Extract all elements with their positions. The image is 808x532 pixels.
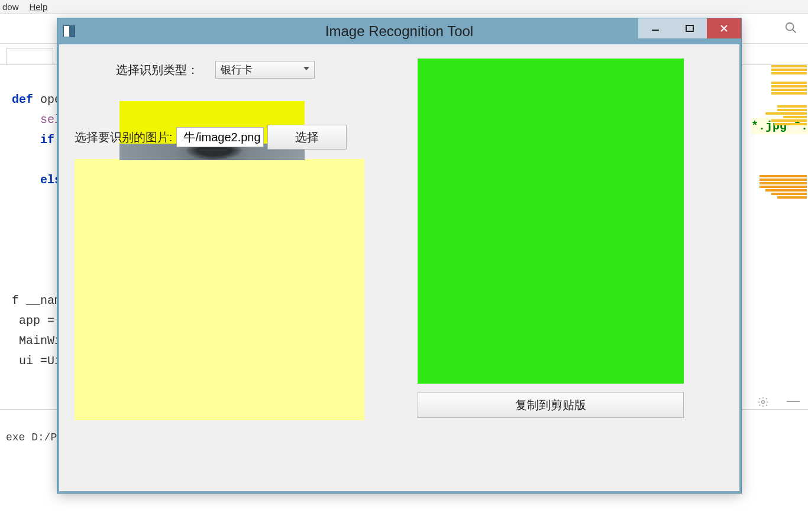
svg-rect-4 — [686, 25, 693, 31]
type-combobox-value: 银行卡 — [221, 63, 253, 77]
ide-statusbar-icons: — — [757, 396, 800, 408]
result-panel — [418, 59, 684, 384]
browse-button[interactable]: 选择 — [267, 125, 347, 150]
image-path-input[interactable] — [176, 127, 264, 147]
app-icon — [63, 25, 75, 37]
right-pane: 复制到剪贴版 — [418, 59, 724, 477]
ide-gutter — [743, 65, 808, 532]
close-button[interactable] — [707, 18, 741, 38]
dash-icon[interactable]: — — [787, 396, 800, 408]
pick-label: 选择要识别的图片: — [75, 129, 173, 145]
gear-icon[interactable] — [757, 396, 769, 408]
type-combobox[interactable]: 银行卡 — [215, 61, 315, 79]
type-label: 选择识别类型： — [116, 62, 199, 78]
left-pane: 选择识别类型： 银行卡 选择要识别的图片: 选择 — [75, 59, 370, 477]
menu-help[interactable]: Help — [30, 2, 48, 12]
window-body: 选择识别类型： 银行卡 选择要识别的图片: 选择 复制到剪贴版 — [57, 44, 741, 493]
menu-window[interactable]: dow — [2, 2, 19, 12]
chevron-down-icon — [303, 67, 309, 70]
window-title: Image Recognition Tool — [325, 23, 473, 40]
ide-tab[interactable] — [6, 48, 53, 64]
search-icon[interactable] — [784, 21, 797, 34]
svg-line-1 — [793, 30, 796, 33]
minimize-button[interactable] — [638, 18, 673, 38]
titlebar[interactable]: Image Recognition Tool — [57, 18, 741, 44]
maximize-button[interactable] — [673, 18, 707, 38]
app-window: Image Recognition Tool 选择识别类型： 银行卡 — [57, 18, 742, 494]
copy-button[interactable]: 复制到剪贴版 — [418, 392, 684, 418]
svg-point-2 — [762, 401, 765, 404]
preview-panel — [75, 159, 364, 420]
ide-menubar: dow Help — [0, 0, 808, 14]
svg-point-0 — [786, 23, 794, 31]
